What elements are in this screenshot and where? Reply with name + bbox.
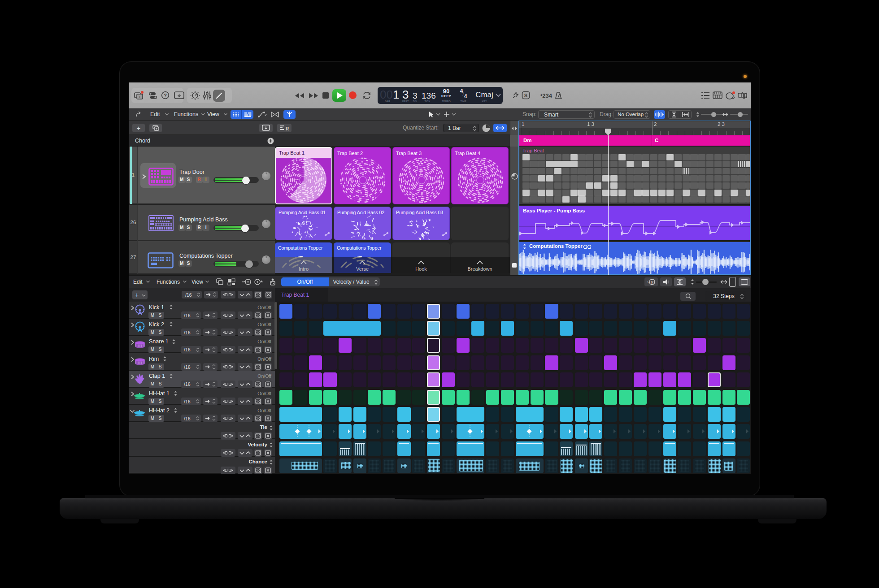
svg-text:›: ›: [647, 280, 648, 285]
svg-text:♪: ♪: [139, 95, 141, 99]
svg-text:R: R: [651, 280, 654, 285]
svg-text:?: ?: [164, 93, 167, 98]
svg-text:R: R: [286, 126, 289, 131]
svg-text:S: S: [524, 93, 527, 98]
